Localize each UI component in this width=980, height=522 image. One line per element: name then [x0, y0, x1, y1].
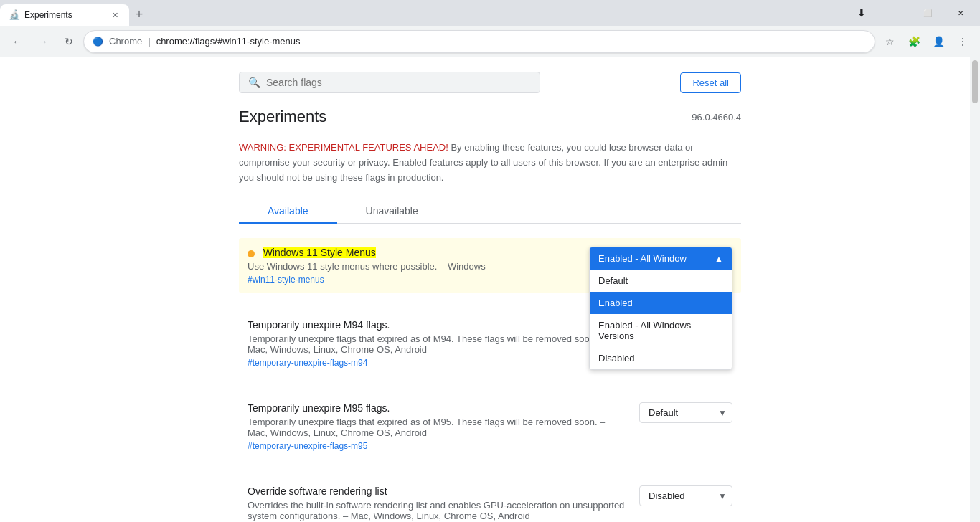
dropdown-option-disabled[interactable]: Disabled [590, 347, 732, 369]
maximize-button[interactable]: ⬜ [911, 2, 944, 24]
search-box: 🔍 [239, 72, 540, 93]
main-content: Experiments 96.0.4660.4 WARNING: EXPERIM… [210, 93, 770, 522]
flag-item-rendering: Override software rendering list Overrid… [239, 477, 741, 522]
nav-bar: ← → ↻ 🔵 Chrome | chrome://flags/#win11-s… [0, 26, 980, 57]
scrollbar-thumb[interactable] [972, 60, 978, 103]
menu-icon[interactable]: ⋮ [951, 30, 974, 53]
active-tab[interactable]: 🔬 Experiments ✕ [0, 4, 129, 26]
flag-link-m95[interactable]: #temporary-unexpire-flags-m95 [248, 441, 625, 451]
search-icon: 🔍 [248, 77, 260, 88]
tab-title: Experiments [24, 10, 105, 20]
window-controls: ⬇ — ⬜ ✕ [842, 0, 980, 26]
download-icon[interactable]: ⬇ [845, 2, 878, 24]
profile-icon[interactable]: 👤 [927, 30, 950, 53]
flag-link-win11[interactable]: #win11-style-menus [248, 275, 625, 285]
flag-name-m94: Temporarily unexpire M94 flags. [248, 319, 390, 331]
close-button[interactable]: ✕ [944, 2, 977, 24]
dropdown-header-win11[interactable]: Enabled - All Window ▲ [590, 247, 732, 270]
title-bar: 🔬 Experiments ✕ + ⬇ — ⬜ ✕ [0, 0, 980, 26]
address-chrome-label: Chrome [109, 36, 142, 47]
flag-item-win11: Windows 11 Style Menus Use Windows 11 st… [239, 238, 741, 293]
tab-favicon: 🔬 [9, 9, 20, 21]
flag-desc-rendering: Overrides the built-in software renderin… [248, 500, 625, 521]
flag-dot-win11 [248, 250, 255, 257]
dropdown-m95: Default ▼ [639, 402, 732, 423]
bookmark-icon[interactable]: ☆ [878, 30, 901, 53]
reload-button[interactable]: ↻ [57, 30, 80, 53]
flag-desc-m95: Temporarily unexpire flags that expired … [248, 417, 625, 438]
dropdown-option-default[interactable]: Default [590, 270, 732, 292]
tab-unavailable[interactable]: Unavailable [337, 199, 447, 223]
dropdown-header-arrow: ▲ [715, 254, 723, 264]
flag-link-m94[interactable]: #temporary-unexpire-flags-m94 [248, 358, 625, 368]
minimize-button[interactable]: — [878, 2, 911, 24]
search-input[interactable] [266, 77, 531, 88]
dropdown-header-label: Enabled - All Window [598, 253, 687, 264]
page-content: 🔍 Reset all Experiments 96.0.4660.4 WARN… [0, 57, 980, 522]
address-path: chrome://flags/#win11-style-menus [156, 36, 301, 47]
warning-text: WARNING: EXPERIMENTAL FEATURES AHEAD! By… [239, 141, 741, 185]
flag-name-rendering: Override software rendering list [248, 485, 387, 497]
search-area: 🔍 Reset all [210, 57, 770, 93]
address-separator: | [148, 36, 150, 47]
dropdown-select-rendering[interactable]: Disabled [639, 485, 732, 506]
dropdown-option-enabled-all[interactable]: Enabled - All Windows Versions [590, 314, 732, 347]
extension-icon[interactable]: 🧩 [903, 30, 925, 53]
flag-control-rendering: Disabled ▼ [639, 485, 732, 506]
version-number: 96.0.4660.4 [692, 112, 741, 123]
scrollbar-track [970, 57, 980, 522]
flag-control-m95: Default ▼ [639, 402, 732, 423]
tab-available[interactable]: Available [239, 199, 337, 224]
back-button[interactable]: ← [6, 30, 29, 53]
address-bar[interactable]: 🔵 Chrome | chrome://flags/#win11-style-m… [83, 30, 875, 53]
dropdown-menu-win11: Enabled - All Window ▲ Default Enabled E… [589, 247, 732, 370]
security-icon: 🔵 [93, 37, 103, 47]
nav-actions: ☆ 🧩 👤 ⋮ [878, 30, 974, 53]
dropdown-select-m95[interactable]: Default [639, 402, 732, 423]
forward-button[interactable]: → [32, 30, 55, 53]
flag-name-win11: Windows 11 Style Menus [263, 247, 376, 258]
tab-close-button[interactable]: ✕ [109, 9, 121, 21]
warning-bold: WARNING: EXPERIMENTAL FEATURES AHEAD! [239, 142, 448, 153]
dropdown-rendering: Disabled ▼ [639, 485, 732, 506]
flag-desc-win11: Use Windows 11 style menus where possibl… [248, 261, 625, 272]
page-title: Experiments [239, 108, 326, 126]
reset-all-button[interactable]: Reset all [680, 72, 741, 93]
dropdown-option-enabled[interactable]: Enabled [590, 292, 732, 314]
flag-item-m95: Temporarily unexpire M95 flags. Temporar… [239, 394, 741, 460]
new-tab-button[interactable]: + [129, 4, 149, 24]
tabs-row: Available Unavailable [239, 199, 741, 224]
flag-desc-m94: Temporarily unexpire flags that expired … [248, 333, 625, 355]
tab-strip: 🔬 Experiments ✕ + [0, 0, 842, 26]
flag-name-m95: Temporarily unexpire M95 flags. [248, 402, 390, 414]
